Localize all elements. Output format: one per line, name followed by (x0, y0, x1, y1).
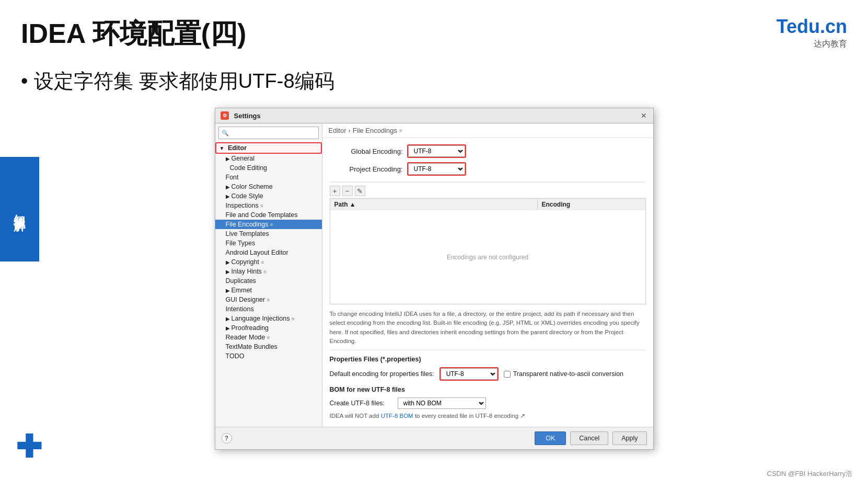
col-path-header: Path ▲ (330, 199, 538, 210)
transparent-checkbox[interactable] (504, 371, 511, 378)
logo-subtitle: 达内教育 (814, 39, 847, 50)
bom-note-text: IDEA will NOT add (330, 413, 381, 419)
properties-encoding-row: Default encoding for properties files: U… (330, 367, 646, 381)
right-panel: Editor › File Encodings ≡ Global Encodin… (322, 123, 653, 427)
sidebar-item-reader-mode[interactable]: Reader Mode ≡ (215, 333, 322, 342)
remove-encoding-button[interactable]: − (342, 186, 353, 196)
dialog-titlebar: ⚙ Settings ✕ (215, 108, 653, 123)
plus-icon: ✚ (16, 431, 42, 463)
project-encoding-row: Project Encoding: UTF-8 UTF-16 ISO-8859-… (330, 162, 646, 176)
sidebar-item-textmate-bundles[interactable]: TextMate Bundles (215, 342, 322, 351)
sidebar-item-general[interactable]: ▶General (215, 154, 322, 163)
page-title: IDEA 环境配置(四) (21, 16, 246, 52)
watermark: CSDN @FBI HackerHarry浩 (767, 469, 852, 479)
project-encoding-select-wrapper[interactable]: UTF-8 UTF-16 ISO-8859-1 GBK (407, 162, 466, 176)
properties-section: Properties Files (*.properties) Default … (330, 356, 646, 381)
footer-buttons: OK Cancel Apply (535, 431, 646, 445)
logo-domain: .cn (820, 16, 847, 37)
table-body: Encodings are not configured (330, 210, 646, 304)
encoding-section: Global Encoding: UTF-8 UTF-16 ISO-8859-1… (330, 144, 646, 176)
edit-encoding-button[interactable]: ✎ (355, 186, 365, 196)
breadcrumb-current: File Encodings (353, 127, 397, 134)
arrow-icon: ▶ (226, 288, 230, 293)
global-encoding-label: Global Encoding: (330, 147, 403, 155)
arrow-icon: ▼ (219, 145, 225, 151)
content-area: Global Encoding: UTF-8 UTF-16 ISO-8859-1… (322, 138, 653, 427)
sort-icon: ▲ (350, 201, 356, 208)
dialog-wrapper: ⚙ Settings ✕ 🔍 ▼ Editor ▶Gene (0, 108, 868, 450)
help-button[interactable]: ? (222, 433, 232, 443)
bom-note-link[interactable]: UTF-8 BOM (381, 413, 413, 419)
sidebar-item-inlay-hints[interactable]: ▶Inlay Hints ≡ (215, 267, 322, 276)
sidebar-item-code-editing[interactable]: Code Editing (215, 163, 322, 173)
properties-section-title: Properties Files (*.properties) (330, 356, 646, 363)
arrow-icon: ▶ (226, 259, 230, 265)
bom-select-wrapper[interactable]: with NO BOM with BOM with BOM (OS defaul… (398, 397, 486, 409)
logo-brand: Tedu.cn (777, 16, 847, 38)
breadcrumb-sep: › (348, 127, 350, 134)
sidebar-item-label: Editor (228, 144, 247, 152)
sidebar-item-live-templates[interactable]: Live Templates (215, 229, 322, 238)
breadcrumb-icon: ≡ (399, 128, 402, 133)
file-encoding-toolbar: + − ✎ (330, 182, 646, 196)
dialog-footer: ? OK Cancel Apply (215, 427, 653, 449)
project-encoding-label: Project Encoding: (330, 165, 403, 173)
add-encoding-button[interactable]: + (330, 186, 340, 196)
arrow-icon: ▶ (226, 316, 230, 322)
transparent-label: Transparent native-to-ascii conversion (513, 370, 623, 378)
sidebar-item-duplicates[interactable]: Duplicates (215, 276, 322, 286)
properties-encoding-label: Default encoding for properties files: (330, 370, 434, 378)
sidebar-item-copyright[interactable]: ▶Copyright ≡ (215, 257, 322, 267)
bom-create-label: Create UTF-8 files: (330, 400, 392, 407)
sidebar-item-gui-designer[interactable]: GUI Designer ≡ (215, 295, 322, 304)
sidebar-item-todo[interactable]: TODO (215, 351, 322, 361)
properties-encoding-select[interactable]: UTF-8 UTF-16 ISO-8859-1 GBK (441, 368, 497, 380)
sidebar-item-emmet[interactable]: ▶Emmet (215, 286, 322, 295)
sidebar-item-inspections[interactable]: Inspections ≡ (215, 201, 322, 210)
arrow-icon: ▶ (226, 269, 230, 275)
properties-encoding-select-wrapper[interactable]: UTF-8 UTF-16 ISO-8859-1 GBK (439, 367, 499, 381)
bom-create-select[interactable]: with NO BOM with BOM with BOM (OS defaul… (398, 397, 486, 409)
dialog-title: ⚙ Settings (221, 111, 261, 120)
col-encoding-header: Encoding (538, 199, 645, 210)
arrow-icon: ▶ (226, 325, 230, 331)
global-encoding-select-wrapper[interactable]: UTF-8 UTF-16 ISO-8859-1 GBK (407, 144, 466, 158)
bom-section: BOM for new UTF-8 files Create UTF-8 fil… (330, 386, 646, 419)
sidebar-item-intentions[interactable]: Intentions (215, 304, 322, 314)
breadcrumb: Editor › File Encodings ≡ (322, 123, 653, 138)
search-icon: 🔍 (222, 130, 229, 137)
search-box[interactable]: 🔍 (218, 127, 319, 139)
info-text: To change encoding IntelliJ IDEA uses fo… (330, 310, 646, 350)
nav-tree: ▼ Editor ▶General Code Editing Font ▶Col… (215, 142, 322, 427)
dialog-close-button[interactable]: ✕ (640, 111, 648, 120)
bullet-dot: • (21, 70, 28, 93)
arrow-icon: ▶ (226, 156, 230, 162)
project-encoding-select[interactable]: UTF-8 UTF-16 ISO-8859-1 GBK (408, 163, 465, 175)
sidebar-item-android-layout-editor[interactable]: Android Layout Editor (215, 248, 322, 257)
sidebar-item-file-code-templates[interactable]: File and Code Templates (215, 210, 322, 220)
file-encoding-table-area: Path ▲ Encoding Encodings are not config… (330, 198, 646, 304)
search-input[interactable] (230, 129, 316, 137)
ok-button[interactable]: OK (535, 431, 566, 445)
sidebar-item-file-types[interactable]: File Types (215, 238, 322, 248)
left-panel: 🔍 ▼ Editor ▶General Code Editing Font ▶C… (215, 123, 322, 427)
sidebar-item-language-injections[interactable]: ▶Language Injections ≡ (215, 314, 322, 323)
page-header: IDEA 环境配置(四) Tedu.cn 达内教育 (0, 0, 868, 63)
global-encoding-select[interactable]: UTF-8 UTF-16 ISO-8859-1 GBK (408, 145, 465, 157)
sidebar-item-code-style[interactable]: ▶Code Style (215, 191, 322, 201)
dialog-title-label: Settings (234, 112, 261, 120)
cancel-button[interactable]: Cancel (570, 431, 608, 445)
sidebar-item-file-encodings[interactable]: File Encodings ≡ (215, 220, 322, 229)
sidebar-item-proofreading[interactable]: ▶Proofreading (215, 323, 322, 333)
sidebar-item-editor[interactable]: ▼ Editor (215, 142, 322, 154)
transparent-checkbox-label[interactable]: Transparent native-to-ascii conversion (504, 370, 623, 378)
bom-create-row: Create UTF-8 files: with NO BOM with BOM… (330, 397, 646, 409)
apply-button[interactable]: Apply (612, 431, 646, 445)
global-encoding-row: Global Encoding: UTF-8 UTF-16 ISO-8859-1… (330, 144, 646, 158)
path-header-label: Path (334, 201, 348, 208)
arrow-icon: ▶ (226, 184, 230, 190)
bullet-text: 设定字符集 要求都使用UTF-8编码 (34, 68, 334, 95)
dialog-body: 🔍 ▼ Editor ▶General Code Editing Font ▶C… (215, 123, 653, 427)
sidebar-item-font[interactable]: Font (215, 173, 322, 182)
sidebar-item-color-scheme[interactable]: ▶Color Scheme (215, 182, 322, 191)
